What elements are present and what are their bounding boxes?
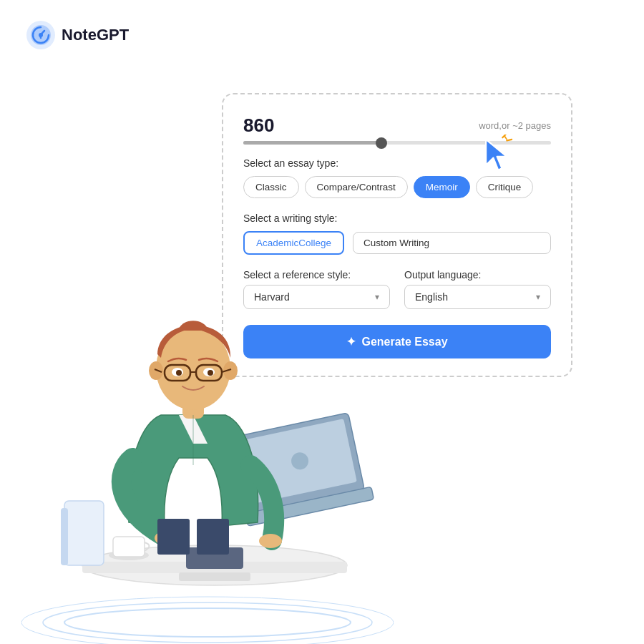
svg-rect-13 (61, 508, 68, 565)
notegpt-logo-icon (26, 20, 56, 50)
svg-point-22 (259, 534, 282, 548)
word-count-slider[interactable] (243, 141, 551, 145)
svg-point-35 (208, 370, 213, 376)
slider-track (243, 141, 551, 145)
word-count-row: 860 word,or ~2 pages (243, 114, 551, 137)
svg-point-1 (39, 33, 43, 37)
svg-rect-12 (64, 501, 104, 565)
svg-point-25 (149, 361, 163, 380)
slider-thumb (376, 137, 387, 149)
essay-type-critique[interactable]: Critique (476, 176, 534, 198)
output-language-select[interactable]: English ▾ (404, 285, 551, 309)
slider-fill (243, 141, 382, 145)
logo-text: NoteGPT (62, 26, 129, 44)
svg-point-33 (176, 370, 182, 376)
essay-type-memoir[interactable]: Memoir (414, 176, 470, 198)
language-chevron-icon: ▾ (536, 292, 540, 302)
svg-rect-16 (113, 537, 145, 557)
output-language-label: Output language: (404, 269, 551, 280)
svg-rect-37 (157, 519, 190, 555)
svg-point-6 (64, 608, 351, 637)
word-count-number: 860 (243, 114, 274, 137)
svg-rect-38 (197, 519, 229, 555)
header: NoteGPT (26, 20, 129, 50)
illustration (21, 157, 394, 644)
output-language-group: Output language: English ▾ (404, 269, 551, 309)
output-language-value: English (415, 291, 448, 303)
word-count-label: word,or ~2 pages (479, 120, 551, 131)
svg-rect-11 (179, 572, 250, 581)
